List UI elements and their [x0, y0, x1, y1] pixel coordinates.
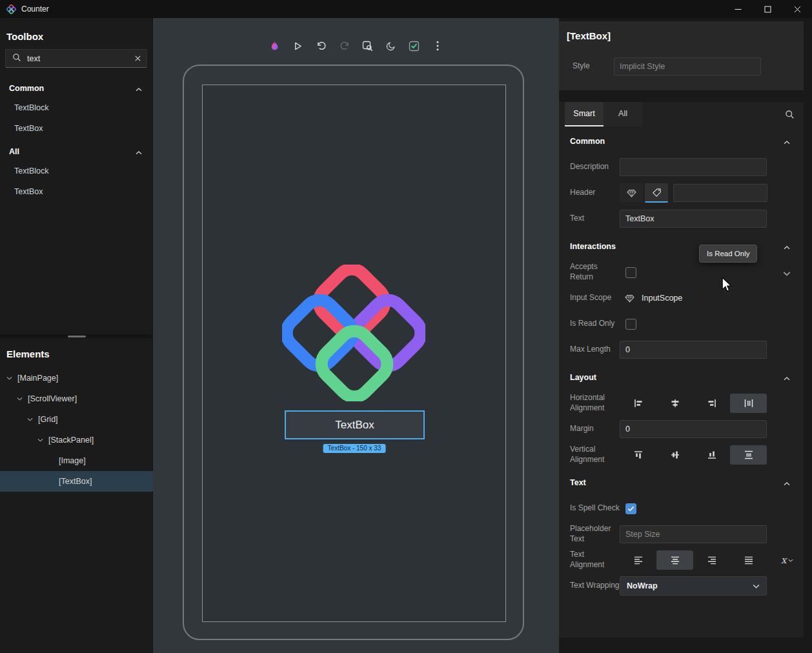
binding-gem-icon[interactable]	[625, 294, 634, 303]
is-read-only-checkbox[interactable]	[625, 319, 636, 330]
chevron-up-icon	[136, 83, 142, 94]
more-options-icon[interactable]	[429, 37, 446, 54]
toolbox-item-textbox[interactable]: TextBox	[0, 181, 152, 202]
tab-smart[interactable]: Smart	[565, 102, 604, 126]
align-top-icon[interactable]	[620, 445, 656, 465]
tree-row-image[interactable]: [Image]	[0, 450, 153, 471]
property-label: Is Spell Check	[570, 503, 620, 514]
panel-splitter[interactable]	[0, 334, 153, 338]
search-icon	[12, 53, 21, 65]
chevron-down-icon[interactable]	[17, 397, 23, 401]
toolbox-section-common[interactable]: Common	[0, 79, 152, 97]
description-input[interactable]	[620, 158, 767, 176]
property-row-text-alignment: Text Alignment	[559, 547, 804, 573]
section-layout[interactable]: Layout	[559, 365, 804, 390]
advanced-x-property-marker[interactable]: x	[781, 554, 793, 566]
inspector-title: [TextBox]	[567, 30, 796, 42]
chevron-up-icon	[784, 136, 790, 147]
header-input[interactable]	[673, 184, 767, 202]
align-stretch-icon[interactable]	[730, 394, 767, 413]
align-right-icon[interactable]	[693, 394, 730, 413]
play-icon[interactable]	[290, 37, 307, 54]
canvas-textbox-element[interactable]: TextBox	[285, 410, 425, 439]
property-row-margin: Margin	[559, 416, 804, 442]
style-input[interactable]	[614, 57, 761, 75]
text-input[interactable]	[620, 210, 767, 228]
property-row-placeholder-text: Placeholder Text	[559, 521, 804, 547]
property-row-max-length: Max Length	[559, 337, 804, 363]
accepts-return-checkbox[interactable]	[625, 267, 636, 278]
redo-icon[interactable]	[336, 37, 353, 54]
section-text[interactable]: Text	[559, 470, 804, 496]
text-wrapping-dropdown[interactable]: NoWrap	[620, 576, 767, 596]
chevron-down-icon[interactable]	[6, 376, 12, 380]
design-canvas[interactable]: TextBox TextBox - 150 x 33	[153, 18, 559, 653]
close-button[interactable]	[782, 0, 812, 18]
section-title: Layout	[570, 373, 784, 382]
toolbox-panel: Toolbox Common TextBlock TextBox All	[0, 18, 152, 202]
text-align-right-icon[interactable]	[693, 550, 730, 570]
property-row-text: Text	[559, 206, 804, 232]
property-row-accepts-return: Accepts Return	[559, 259, 804, 285]
text-align-center-icon[interactable]	[656, 550, 693, 570]
tree-row-textbox[interactable]: [TextBox]	[0, 471, 153, 492]
elements-tree: [MainPage] [ScrollViewer] [Grid] [StackP…	[0, 368, 153, 492]
property-label: Text	[570, 214, 620, 224]
clear-search-icon[interactable]	[134, 55, 141, 62]
property-row-is-read-only: Is Read Only	[559, 311, 804, 337]
tree-row-scrollviewer[interactable]: [ScrollViewer]	[0, 388, 153, 409]
property-flyout-chevron-icon[interactable]	[783, 267, 791, 279]
text-align-left-icon[interactable]	[620, 550, 656, 570]
tag-icon[interactable]	[645, 183, 668, 203]
minimize-button[interactable]	[723, 0, 753, 18]
elements-panel: Elements [MainPage] [ScrollViewer] [Grid…	[0, 348, 153, 492]
is-spell-check-checkbox[interactable]	[625, 503, 636, 514]
tree-label: [Image]	[59, 456, 86, 465]
tree-label: [TextBox]	[59, 477, 92, 486]
properties-panel: [TextBox] Style Smart All Common Descrip…	[559, 18, 812, 653]
margin-input[interactable]	[620, 420, 767, 438]
max-length-input[interactable]	[620, 341, 767, 359]
toolbox-search[interactable]	[5, 49, 147, 68]
tree-row-grid[interactable]: [Grid]	[0, 409, 153, 430]
horizontal-alignment-group	[620, 394, 767, 413]
property-row-description: Description	[559, 154, 804, 180]
input-scope-value[interactable]: InputScope	[642, 294, 682, 303]
toolbox-item-textblock[interactable]: TextBlock	[0, 97, 152, 118]
section-interactions[interactable]: Interactions	[559, 234, 804, 259]
placeholder-text-input[interactable]	[620, 525, 767, 543]
chevron-down-icon[interactable]	[37, 438, 43, 442]
toolbox-title: Toolbox	[0, 31, 152, 43]
align-bottom-icon[interactable]	[693, 445, 730, 465]
property-label: Header	[570, 188, 620, 198]
validation-check-icon[interactable]	[406, 37, 423, 54]
tree-row-stackpanel[interactable]: [StackPanel]	[0, 430, 153, 450]
tab-all[interactable]: All	[604, 102, 642, 126]
text-align-justify-icon[interactable]	[730, 550, 767, 570]
toolbox-item-textbox[interactable]: TextBox	[0, 118, 152, 139]
section-common[interactable]: Common	[559, 128, 804, 154]
device-screen: TextBox TextBox - 150 x 33	[202, 85, 506, 622]
left-panel: Toolbox Common TextBlock TextBox All	[0, 18, 153, 653]
hot-reload-flame-icon[interactable]	[267, 37, 283, 54]
inspector-body: Smart All Common Description Header	[559, 102, 804, 638]
align-middle-icon[interactable]	[656, 445, 693, 465]
align-center-icon[interactable]	[656, 394, 693, 413]
align-stretch-vertical-icon[interactable]	[730, 445, 767, 465]
property-row-horizontal-alignment: Horizontal Alignment	[559, 390, 804, 416]
tree-row-mainpage[interactable]: [MainPage]	[0, 368, 153, 388]
properties-search-icon[interactable]	[785, 102, 795, 126]
chevron-up-icon	[136, 146, 142, 157]
toolbox-search-input[interactable]	[27, 54, 134, 63]
undo-icon[interactable]	[313, 37, 330, 54]
theme-toggle-icon[interactable]	[383, 37, 400, 54]
maximize-button[interactable]	[753, 0, 782, 18]
elements-title: Elements	[0, 348, 153, 360]
property-label: Accepts Return	[570, 262, 620, 282]
toolbox-section-all[interactable]: All	[0, 143, 152, 161]
toolbox-item-textblock[interactable]: TextBlock	[0, 161, 152, 181]
chevron-down-icon[interactable]	[27, 417, 33, 421]
element-inspector-icon[interactable]	[360, 37, 376, 54]
binding-gem-icon[interactable]	[620, 183, 643, 203]
align-left-icon[interactable]	[620, 394, 656, 413]
